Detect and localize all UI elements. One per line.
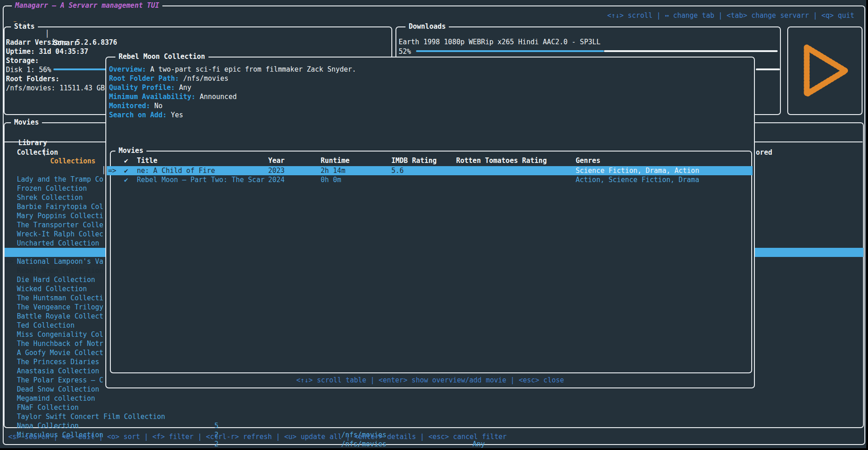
uptime-label: Uptime: xyxy=(6,47,39,56)
search-on-add-value: Yes xyxy=(171,111,183,119)
field-overview: Overview: A two-part sci-fi epic from fi… xyxy=(109,65,356,74)
quality-profile-label: Quality Profile: xyxy=(109,84,179,92)
movie-title: ne: A Child of Fire xyxy=(137,166,215,175)
movie-imdb-rating: 5.6 xyxy=(391,166,404,175)
collection-movie-count: 5 xyxy=(214,421,218,430)
version-value: 5.2.6.8376 xyxy=(76,38,117,47)
modal-keybind-hints: <↑↓> scroll table | <enter> show overvie… xyxy=(106,376,754,385)
version-label: Radarr Version: xyxy=(6,38,76,47)
stats-uptime-line: Uptime: 31d 04:35:37 xyxy=(6,47,88,56)
overview-label: Overview: xyxy=(109,65,150,73)
root-folder-label: Root Folder Path: xyxy=(109,74,183,83)
movie-runtime: 2h 14m xyxy=(321,166,345,175)
root-folder-value: /nfs/movies xyxy=(183,74,229,83)
root-folder-usage: /nfs/movies: 11511.43 GB xyxy=(6,84,105,93)
movie-table-row-selected[interactable]: => ✔ ne: A Child of Fire 2023 2h 14m 5.6… xyxy=(107,166,753,175)
field-min-availability: Minimum Availability: Announced xyxy=(109,92,237,101)
field-search-on-add: Search on Add: Yes xyxy=(109,110,183,120)
download-item-percent: 52% xyxy=(399,47,411,56)
terminal-screen: Managarr – A Servarr management TUI Rada… xyxy=(0,0,866,448)
movie-runtime: 0h 0m xyxy=(321,175,341,184)
uptime-value: 31d 04:35:37 xyxy=(39,47,88,56)
monitored-check-icon: ✔ xyxy=(124,166,128,175)
stats-panel-title: Stats xyxy=(11,22,38,31)
app-title: Managarr – A Servarr management TUI xyxy=(12,1,162,10)
min-availability-value: Announced xyxy=(200,93,237,101)
genres-column-header: Genres xyxy=(576,156,600,165)
rotten-tomatoes-column-header: Rotten Tomatoes Rating xyxy=(456,156,547,165)
collection-column-header: Collection xyxy=(17,148,58,157)
stats-version-line: Radarr Version: 5.2.6.8376 xyxy=(6,38,117,47)
monitored-check-icon: ✔ xyxy=(124,175,128,184)
movie-year: 2023 xyxy=(268,166,285,175)
downloads-panel-title: Downloads xyxy=(405,22,449,31)
collection-details-modal: Rebel Moon Collection Overview: A two-pa… xyxy=(105,57,755,388)
movie-year: 2024 xyxy=(268,175,285,184)
movie-table-row[interactable]: ✔ Rebel Moon – Part Two: The Scar 2024 0… xyxy=(107,175,753,184)
collection-list-item[interactable]: Taylor Swift Concert Film Collection 5 /… xyxy=(5,394,863,403)
overview-value: A two-part sci-fi epic from filmmaker Za… xyxy=(150,65,356,73)
disk-usage-label: Disk 1: 56% xyxy=(6,65,51,74)
bottom-keybind-hints: <s> search | <e> edit | <o> sort | <f> f… xyxy=(8,432,507,441)
row-selection-marker: => xyxy=(108,166,116,175)
field-quality-profile: Quality Profile: Any xyxy=(109,83,192,92)
storage-label: Storage: xyxy=(6,56,39,65)
title-column-header: Title xyxy=(137,156,157,165)
movie-title: Rebel Moon – Part Two: The Scar xyxy=(137,175,265,184)
managarr-play-logo-icon xyxy=(799,40,853,101)
monitored-label: Monitored: xyxy=(109,102,154,110)
monitored-column-header-fragment: ored xyxy=(756,148,772,157)
movies-panel-title: Movies xyxy=(11,118,42,127)
field-root-folder: Root Folder Path: /nfs/movies xyxy=(109,74,229,83)
top-keybind-hints: <↑↓> scroll | ↔ change tab | <tab> chang… xyxy=(607,11,854,20)
collection-list-item[interactable]: Nana Collection 2 /nfs/movies Any Yes xyxy=(5,403,863,412)
min-availability-label: Minimum Availability: xyxy=(109,93,200,101)
field-monitored: Monitored: No xyxy=(109,101,162,110)
search-on-add-label: Search on Add: xyxy=(109,111,171,119)
monitored-check-column-header: ✔ xyxy=(124,156,128,165)
download-item-name: Earth 1998 1080p WEBRip x265 Hindi AAC2.… xyxy=(399,37,601,47)
movie-genres: Action, Science Fiction, Drama xyxy=(576,175,699,184)
movie-genres: Science Fiction, Drama, Action xyxy=(576,166,699,175)
monitored-value: No xyxy=(154,102,162,110)
modal-movies-table-title: Movies xyxy=(115,146,146,155)
imdb-rating-column-header: IMDB Rating xyxy=(391,156,437,165)
movies-table-header-row: ✔ Title Year Runtime IMDB Rating Rotten … xyxy=(107,156,753,165)
download2-progress-bar-fragment xyxy=(756,68,780,70)
download-progress-bar xyxy=(416,50,604,52)
quality-profile-value: Any xyxy=(179,84,192,92)
root-folders-label: Root Folders: xyxy=(6,74,59,84)
collection-list-item[interactable]: Miraculous Collection 2 /nfs/movies Any … xyxy=(5,412,863,421)
year-column-header: Year xyxy=(268,156,285,165)
modal-title: Rebel Moon Collection xyxy=(115,52,208,61)
download-progress-bar-rest xyxy=(604,50,778,52)
runtime-column-header: Runtime xyxy=(321,156,349,165)
tab-library[interactable]: Library xyxy=(18,138,47,147)
